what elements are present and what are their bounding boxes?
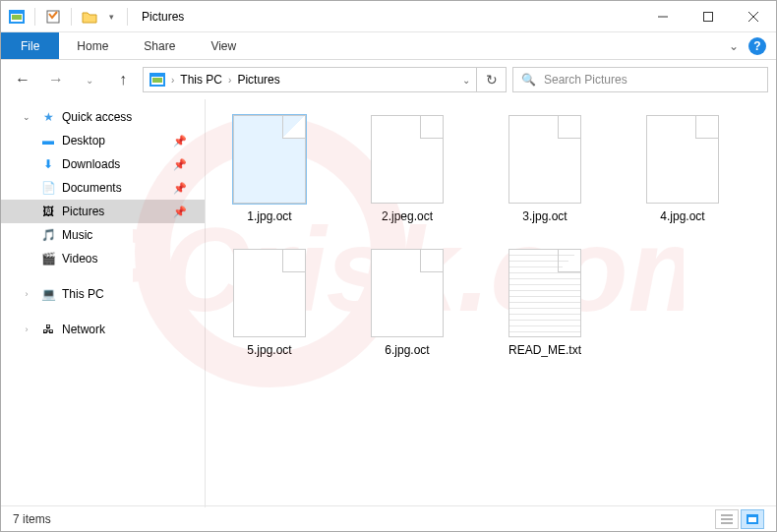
file-item[interactable]: 3.jpg.oct xyxy=(491,115,599,223)
sidebar-item-label: Documents xyxy=(62,181,122,195)
music-icon: 🎵 xyxy=(40,228,56,242)
svg-rect-7 xyxy=(704,12,713,21)
file-list[interactable]: 1.jpg.oct 2.jpeg.oct 3.jpg.oct 4.jpg.oct… xyxy=(206,99,776,507)
navigation-row: ← → ⌄ ↑ › This PC › Pictures ⌄ ↻ 🔍 Searc… xyxy=(1,60,776,99)
file-item[interactable]: 1.jpg.oct xyxy=(215,115,324,223)
star-icon: ★ xyxy=(40,110,56,124)
file-thumbnail-icon xyxy=(233,115,306,204)
file-item[interactable]: 2.jpeg.oct xyxy=(353,115,461,223)
svg-rect-17 xyxy=(748,517,756,522)
search-input[interactable]: 🔍 Search Pictures xyxy=(512,67,768,92)
forward-button[interactable]: → xyxy=(42,66,70,93)
sidebar-item-label: Videos xyxy=(62,252,97,266)
sidebar-item-desktop[interactable]: ▬Desktop 📌 xyxy=(1,129,205,152)
ribbon-tab-home[interactable]: Home xyxy=(59,32,126,59)
file-thumbnail-icon xyxy=(233,249,306,337)
sidebar-item-label: Downloads xyxy=(62,157,120,171)
titlebar: ▾ Pictures xyxy=(1,1,776,32)
sidebar-item-label: Network xyxy=(62,323,105,336)
back-button[interactable]: ← xyxy=(9,66,36,93)
file-name: 6.jpg.oct xyxy=(385,343,429,357)
close-button[interactable] xyxy=(731,1,776,32)
file-name: 2.jpeg.oct xyxy=(382,209,433,223)
chevron-down-icon: ⌄ xyxy=(19,112,34,122)
file-name: 3.jpg.oct xyxy=(522,209,567,223)
navigation-pane: ⌄ ★ Quick access ▬Desktop 📌 ⬇Downloads 📌… xyxy=(1,99,206,507)
file-thumbnail-icon xyxy=(371,115,444,204)
sidebar-item-downloads[interactable]: ⬇Downloads 📌 xyxy=(1,152,205,176)
sidebar-item-label: Pictures xyxy=(62,205,104,218)
file-item[interactable]: 6.jpg.oct xyxy=(353,249,461,357)
sidebar-item-label: Music xyxy=(62,228,92,242)
file-item[interactable]: 5.jpg.oct xyxy=(215,249,324,357)
sidebar-item-videos[interactable]: 🎬Videos xyxy=(1,247,205,270)
ribbon-file-tab[interactable]: File xyxy=(1,32,59,59)
chevron-right-icon: › xyxy=(19,289,34,299)
qat-separator xyxy=(71,8,72,26)
sidebar-item-label: Desktop xyxy=(62,134,105,148)
qat-separator xyxy=(34,8,35,26)
maximize-button[interactable] xyxy=(686,1,731,32)
recent-dropdown-icon[interactable]: ⌄ xyxy=(76,66,103,93)
text-file-icon xyxy=(508,249,581,337)
svg-rect-12 xyxy=(152,78,162,83)
pin-icon: 📌 xyxy=(173,182,187,195)
sidebar-item-music[interactable]: 🎵Music xyxy=(1,223,205,247)
file-name: READ_ME.txt xyxy=(508,343,581,357)
file-thumbnail-icon xyxy=(508,115,581,204)
ribbon-expand-icon[interactable]: ⌄ xyxy=(729,39,739,53)
this-pc-icon: 💻 xyxy=(40,287,56,301)
network-icon: 🖧 xyxy=(40,323,56,336)
up-button[interactable]: ↑ xyxy=(109,66,137,93)
sidebar-item-label: This PC xyxy=(62,287,104,301)
file-item[interactable]: 4.jpg.oct xyxy=(628,115,737,223)
file-name: 4.jpg.oct xyxy=(660,209,704,223)
file-name: 5.jpg.oct xyxy=(247,343,291,357)
sidebar-item-pictures[interactable]: 🖼Pictures 📌 xyxy=(1,200,205,223)
pin-icon: 📌 xyxy=(173,135,187,148)
details-view-button[interactable] xyxy=(715,509,739,529)
pin-icon: 📌 xyxy=(173,158,187,171)
address-dropdown-icon[interactable]: ⌄ xyxy=(462,75,470,86)
minimize-button[interactable] xyxy=(640,1,686,32)
sidebar-item-label: Quick access xyxy=(62,110,132,124)
file-thumbnail-icon xyxy=(646,115,719,204)
chevron-right-icon: › xyxy=(19,325,34,334)
sidebar-network[interactable]: › 🖧 Network xyxy=(1,318,205,341)
refresh-button[interactable]: ↻ xyxy=(477,67,507,92)
status-bar: 7 items xyxy=(1,505,776,531)
chevron-icon[interactable]: › xyxy=(228,75,231,86)
title-separator xyxy=(127,8,128,26)
pictures-icon: 🖼 xyxy=(40,205,56,218)
svg-rect-4 xyxy=(12,15,22,20)
ribbon: File Home Share View ⌄ ? xyxy=(1,32,776,60)
desktop-icon: ▬ xyxy=(40,134,56,148)
file-thumbnail-icon xyxy=(371,249,444,337)
breadcrumb-pictures[interactable]: Pictures xyxy=(237,73,279,87)
item-count-label: 7 items xyxy=(13,512,51,526)
sidebar-this-pc[interactable]: › 💻 This PC xyxy=(1,282,205,306)
videos-icon: 🎬 xyxy=(40,252,56,266)
file-name: 1.jpg.oct xyxy=(247,209,291,223)
chevron-icon[interactable]: › xyxy=(171,75,174,86)
pin-icon: 📌 xyxy=(173,206,187,218)
qat-folder-icon[interactable] xyxy=(80,7,99,27)
sidebar-quick-access[interactable]: ⌄ ★ Quick access xyxy=(1,105,205,129)
file-item[interactable]: READ_ME.txt xyxy=(491,249,599,357)
documents-icon: 📄 xyxy=(40,181,56,195)
breadcrumb-this-pc[interactable]: This PC xyxy=(180,73,222,87)
sidebar-item-documents[interactable]: 📄Documents 📌 xyxy=(1,176,205,200)
search-placeholder: Search Pictures xyxy=(544,73,628,87)
help-icon[interactable]: ? xyxy=(748,37,766,55)
search-icon: 🔍 xyxy=(521,73,536,87)
qat-dropdown-icon[interactable]: ▾ xyxy=(103,9,119,25)
app-icon xyxy=(7,7,27,27)
downloads-icon: ⬇ xyxy=(40,157,56,171)
ribbon-tab-share[interactable]: Share xyxy=(126,32,193,59)
ribbon-tab-view[interactable]: View xyxy=(193,32,254,59)
large-icons-view-button[interactable] xyxy=(741,509,764,529)
pictures-location-icon xyxy=(149,72,165,88)
qat-properties-icon[interactable] xyxy=(43,7,63,27)
window-title: Pictures xyxy=(142,10,184,24)
address-bar[interactable]: › This PC › Pictures ⌄ xyxy=(143,67,477,92)
